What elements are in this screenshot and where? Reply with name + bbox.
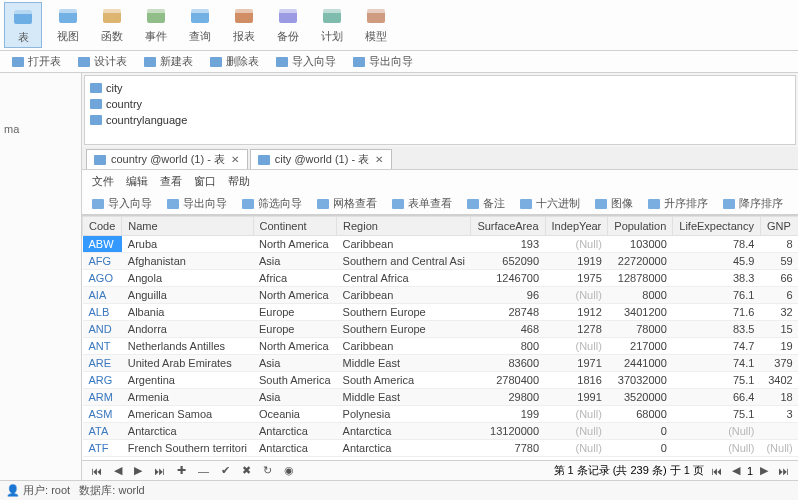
cell[interactable]: 66: [760, 270, 798, 287]
cell[interactable]: 1246700: [471, 270, 545, 287]
cell[interactable]: (Null): [545, 406, 608, 423]
table-row[interactable]: ALBAlbaniaEuropeSouthern Europe287481912…: [83, 304, 799, 321]
cell[interactable]: (Null): [673, 440, 761, 457]
close-icon[interactable]: ✕: [229, 154, 241, 165]
table-row[interactable]: ARMArmeniaAsiaMiddle East298001991352000…: [83, 389, 799, 406]
cell[interactable]: 68000: [608, 406, 673, 423]
cell[interactable]: (Null): [673, 423, 761, 440]
tb-import[interactable]: 导入向导: [272, 53, 339, 70]
cell[interactable]: Oceania: [253, 406, 337, 423]
cell[interactable]: AGO: [83, 270, 122, 287]
cell[interactable]: Europe: [253, 321, 337, 338]
cell[interactable]: 15: [760, 321, 798, 338]
cell[interactable]: 8000: [608, 287, 673, 304]
cell[interactable]: 1912: [545, 304, 608, 321]
cell[interactable]: United Arab Emirates: [122, 355, 253, 372]
cell[interactable]: 217000: [608, 338, 673, 355]
pager-last[interactable]: ⏭: [775, 465, 792, 477]
cell[interactable]: AND: [83, 321, 122, 338]
ribbon-query[interactable]: 查询: [182, 2, 218, 48]
close-icon[interactable]: ✕: [373, 154, 385, 165]
menu-item[interactable]: 窗口: [194, 174, 216, 189]
ribbon-func[interactable]: 函数: [94, 2, 130, 48]
cell[interactable]: (Null): [545, 338, 608, 355]
gridtb-btn[interactable]: 表单查看: [388, 195, 455, 212]
cell[interactable]: 3520000: [608, 389, 673, 406]
cell[interactable]: Caribbean: [337, 236, 471, 253]
ribbon-table[interactable]: 表: [4, 2, 42, 48]
ribbon-view[interactable]: 视图: [50, 2, 86, 48]
column-header[interactable]: Code: [83, 217, 122, 236]
nav-last[interactable]: ⏭: [151, 465, 168, 477]
tb-delete[interactable]: 删除表: [206, 53, 262, 70]
column-header[interactable]: GNP: [760, 217, 798, 236]
cell[interactable]: 379: [760, 355, 798, 372]
cell[interactable]: Antarctica: [337, 423, 471, 440]
cell[interactable]: South America: [337, 372, 471, 389]
cell[interactable]: Netherlands Antilles: [122, 338, 253, 355]
table-row[interactable]: ATAAntarcticaAntarcticaAntarctica1312000…: [83, 423, 799, 440]
cell[interactable]: North America: [253, 338, 337, 355]
cell[interactable]: 0: [608, 423, 673, 440]
cell[interactable]: 78.4: [673, 236, 761, 253]
cell[interactable]: AFG: [83, 253, 122, 270]
cell[interactable]: Andorra: [122, 321, 253, 338]
cell[interactable]: 3401200: [608, 304, 673, 321]
cell[interactable]: 1991: [545, 389, 608, 406]
cell[interactable]: 32: [760, 304, 798, 321]
cell[interactable]: North America: [253, 236, 337, 253]
cell[interactable]: ARG: [83, 372, 122, 389]
cell[interactable]: ATA: [83, 423, 122, 440]
cell[interactable]: 8: [760, 236, 798, 253]
cell[interactable]: 652090: [471, 253, 545, 270]
nav-first[interactable]: ⏮: [88, 465, 105, 477]
cell[interactable]: Southern Europe: [337, 304, 471, 321]
cell[interactable]: 19: [760, 338, 798, 355]
cell[interactable]: Asia: [253, 389, 337, 406]
column-header[interactable]: IndepYear: [545, 217, 608, 236]
menu-item[interactable]: 编辑: [126, 174, 148, 189]
object-item[interactable]: country: [89, 96, 791, 112]
table-row[interactable]: ANDAndorraEuropeSouthern Europe468127878…: [83, 321, 799, 338]
menu-item[interactable]: 文件: [92, 174, 114, 189]
nav-stop[interactable]: ◉: [281, 464, 297, 477]
pager-first[interactable]: ⏮: [708, 465, 725, 477]
cell[interactable]: 29800: [471, 389, 545, 406]
cell[interactable]: (Null): [545, 287, 608, 304]
cell[interactable]: 468: [471, 321, 545, 338]
cell[interactable]: 12878000: [608, 270, 673, 287]
cell[interactable]: 66.4: [673, 389, 761, 406]
cell[interactable]: 199: [471, 406, 545, 423]
column-header[interactable]: Population: [608, 217, 673, 236]
nav-check[interactable]: ✔: [218, 464, 233, 477]
table-row[interactable]: AREUnited Arab EmiratesAsiaMiddle East83…: [83, 355, 799, 372]
cell[interactable]: 2441000: [608, 355, 673, 372]
cell[interactable]: 2780400: [471, 372, 545, 389]
cell[interactable]: 13120000: [471, 423, 545, 440]
cell[interactable]: French Southern territori: [122, 440, 253, 457]
cell[interactable]: 74.1: [673, 355, 761, 372]
cell[interactable]: 18: [760, 389, 798, 406]
ribbon-report[interactable]: 报表: [226, 2, 262, 48]
table-row[interactable]: ASMAmerican SamoaOceaniaPolynesia199(Nul…: [83, 406, 799, 423]
table-row[interactable]: ARGArgentinaSouth AmericaSouth America27…: [83, 372, 799, 389]
cell[interactable]: 103000: [608, 236, 673, 253]
cell[interactable]: Southern Europe: [337, 321, 471, 338]
cell[interactable]: Albania: [122, 304, 253, 321]
gridtb-btn[interactable]: 升序排序: [644, 195, 711, 212]
column-header[interactable]: Continent: [253, 217, 337, 236]
cell[interactable]: ASM: [83, 406, 122, 423]
cell[interactable]: 75.1: [673, 372, 761, 389]
cell[interactable]: American Samoa: [122, 406, 253, 423]
object-item[interactable]: city: [89, 80, 791, 96]
gridtb-btn[interactable]: 导出向导: [163, 195, 230, 212]
cell[interactable]: 28748: [471, 304, 545, 321]
cell[interactable]: ALB: [83, 304, 122, 321]
tb-design[interactable]: 设计表: [74, 53, 130, 70]
cell[interactable]: ANT: [83, 338, 122, 355]
cell[interactable]: (Null): [760, 440, 798, 457]
cell[interactable]: Africa: [253, 270, 337, 287]
gridtb-btn[interactable]: 降序排序: [719, 195, 786, 212]
editor-tab[interactable]: city @world (1) - 表✕: [250, 149, 392, 169]
nav-refresh[interactable]: ↻: [260, 464, 275, 477]
